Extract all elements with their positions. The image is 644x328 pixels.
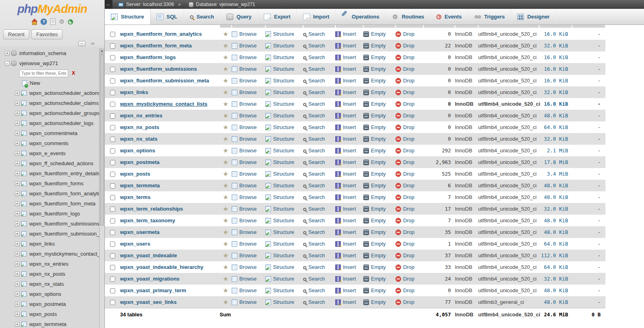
tab-events[interactable]: Events	[430, 9, 468, 25]
tree-table-label[interactable]: wpxn_fluentform_form_analytics	[29, 191, 99, 197]
insert-action[interactable]: Insert	[335, 264, 363, 270]
tree-table-label[interactable]: wpxn_fluentform_form_meta	[29, 201, 96, 207]
sidebar-scrollbar[interactable]: ▲	[99, 48, 104, 328]
expander-icon[interactable]: +	[15, 322, 20, 327]
table-name[interactable]: wpxn_fluentform_form_analytics	[120, 31, 202, 37]
expander-icon[interactable]: +	[15, 201, 20, 206]
tree-table-label[interactable]: wpxn_nx_posts	[29, 271, 65, 277]
home-icon[interactable]	[31, 18, 38, 25]
table-name[interactable]: wpxn_nx_stats	[120, 136, 157, 142]
search-action[interactable]: Search	[303, 136, 335, 142]
browse-action[interactable]: Browse	[232, 78, 265, 84]
expander-icon[interactable]: +	[15, 272, 20, 277]
tree-table-wpxn_comments[interactable]: + wpxn_comments	[0, 138, 99, 148]
empty-action[interactable]: Empty	[363, 241, 395, 247]
structure-action[interactable]: Structure	[265, 66, 303, 72]
expander-icon[interactable]: +	[5, 51, 10, 56]
tree-table-label[interactable]: wpxn_nx_entries	[29, 261, 69, 267]
expander-icon[interactable]: +	[15, 211, 20, 216]
search-action[interactable]: Search	[303, 206, 335, 212]
favorite-star-icon[interactable]: ★	[220, 65, 232, 73]
structure-action[interactable]: Structure	[265, 287, 303, 293]
empty-action[interactable]: Empty	[363, 299, 395, 305]
empty-action[interactable]: Empty	[363, 66, 395, 72]
tree-table-wpxn_nx_entries[interactable]: + wpxn_nx_entries	[0, 259, 99, 269]
browse-action[interactable]: Browse	[232, 66, 265, 72]
table-name[interactable]: wpxn_options	[120, 148, 155, 154]
row-checkbox[interactable]	[110, 288, 115, 293]
structure-action[interactable]: Structure	[265, 276, 303, 282]
tree-table-wpxn_actionscheduler_claims[interactable]: + wpxn_actionscheduler_claims	[0, 98, 99, 108]
tab-search[interactable]: Search	[184, 9, 220, 25]
table-name[interactable]: wpxn_yoast_seo_links	[120, 299, 177, 305]
table-name[interactable]: wpxn_fluentform_submission_meta	[120, 78, 209, 84]
structure-action[interactable]: Structure	[265, 159, 303, 165]
favorite-star-icon[interactable]: ★	[220, 287, 232, 294]
search-action[interactable]: Search	[303, 66, 335, 72]
empty-action[interactable]: Empty	[363, 31, 395, 37]
expander-icon[interactable]: +	[15, 242, 20, 246]
table-name[interactable]: wpxn_usermeta	[120, 229, 159, 235]
insert-action[interactable]: Insert	[335, 299, 363, 305]
empty-action[interactable]: Empty	[363, 78, 395, 84]
tree-table-wpxn_nx_stats[interactable]: + wpxn_nx_stats	[0, 279, 99, 289]
expander-icon[interactable]: +	[15, 111, 20, 116]
structure-action[interactable]: Structure	[265, 229, 303, 235]
empty-action[interactable]: Empty	[363, 148, 395, 154]
tree-filter-input[interactable]	[19, 70, 68, 77]
row-checkbox[interactable]	[110, 137, 115, 142]
tree-table-wpxn_actionscheduler_groups[interactable]: + wpxn_actionscheduler_groups	[0, 108, 99, 118]
tree-table-wpxn_e_events[interactable]: + wpxn_e_events	[0, 148, 99, 158]
favorite-star-icon[interactable]: ★	[220, 158, 232, 166]
insert-action[interactable]: Insert	[335, 252, 363, 258]
insert-action[interactable]: Insert	[335, 148, 363, 154]
favorite-star-icon[interactable]: ★	[220, 135, 232, 143]
structure-action[interactable]: Structure	[265, 299, 303, 305]
structure-action[interactable]: Structure	[265, 101, 303, 107]
insert-action[interactable]: Insert	[335, 182, 363, 189]
search-action[interactable]: Search	[303, 43, 335, 49]
drop-action[interactable]: Drop	[395, 159, 424, 165]
favorite-star-icon[interactable]: ★	[220, 240, 232, 248]
insert-action[interactable]: Insert	[335, 287, 363, 293]
browse-action[interactable]: Browse	[232, 159, 265, 165]
favorite-star-icon[interactable]: ★	[220, 193, 232, 201]
empty-action[interactable]: Empty	[363, 276, 395, 282]
table-name[interactable]: wpxn_nx_entries	[120, 113, 163, 119]
table-name[interactable]: wpxn_nx_posts	[120, 124, 159, 130]
insert-action[interactable]: Insert	[335, 229, 363, 235]
empty-action[interactable]: Empty	[363, 43, 395, 49]
row-checkbox[interactable]	[110, 113, 115, 119]
expander-icon[interactable]: +	[15, 181, 20, 186]
structure-action[interactable]: Structure	[265, 241, 303, 247]
search-action[interactable]: Search	[303, 241, 335, 247]
row-checkbox[interactable]	[110, 300, 115, 305]
drop-action[interactable]: Drop	[395, 31, 424, 37]
tree-table-wpxn_commentmeta[interactable]: + wpxn_commentmeta	[0, 128, 99, 138]
scroll-up-icon[interactable]: ▲	[100, 48, 104, 54]
empty-action[interactable]: Empty	[363, 171, 395, 177]
structure-action[interactable]: Structure	[265, 113, 303, 119]
row-checkbox[interactable]	[110, 148, 115, 154]
insert-action[interactable]: Insert	[335, 276, 363, 282]
recent-tab[interactable]: Recent	[3, 29, 29, 39]
structure-action[interactable]: Structure	[265, 217, 303, 223]
tree-table-wpxn_fluentform_submissions[interactable]: + wpxn_fluentform_submissions	[0, 219, 99, 229]
expander-icon[interactable]: +	[15, 252, 20, 256]
expander-icon[interactable]: -	[5, 61, 10, 66]
favorite-star-icon[interactable]: ★	[220, 30, 232, 38]
expander-icon[interactable]: +	[15, 302, 20, 307]
browse-action[interactable]: Browse	[232, 171, 265, 177]
filter-clear-button[interactable]: X	[72, 70, 75, 76]
drop-action[interactable]: Drop	[395, 124, 424, 130]
search-action[interactable]: Search	[303, 31, 335, 37]
search-action[interactable]: Search	[303, 101, 335, 107]
tree-table-label[interactable]: wpxn_actionscheduler_claims	[29, 100, 99, 106]
tab-export[interactable]: Export	[258, 9, 297, 25]
row-checkbox[interactable]	[110, 102, 115, 107]
favorite-star-icon[interactable]: ★	[220, 228, 232, 236]
tree-table-label[interactable]: wpxn_links	[29, 241, 55, 247]
search-action[interactable]: Search	[303, 124, 335, 130]
drop-action[interactable]: Drop	[395, 171, 424, 177]
drop-action[interactable]: Drop	[395, 101, 424, 107]
